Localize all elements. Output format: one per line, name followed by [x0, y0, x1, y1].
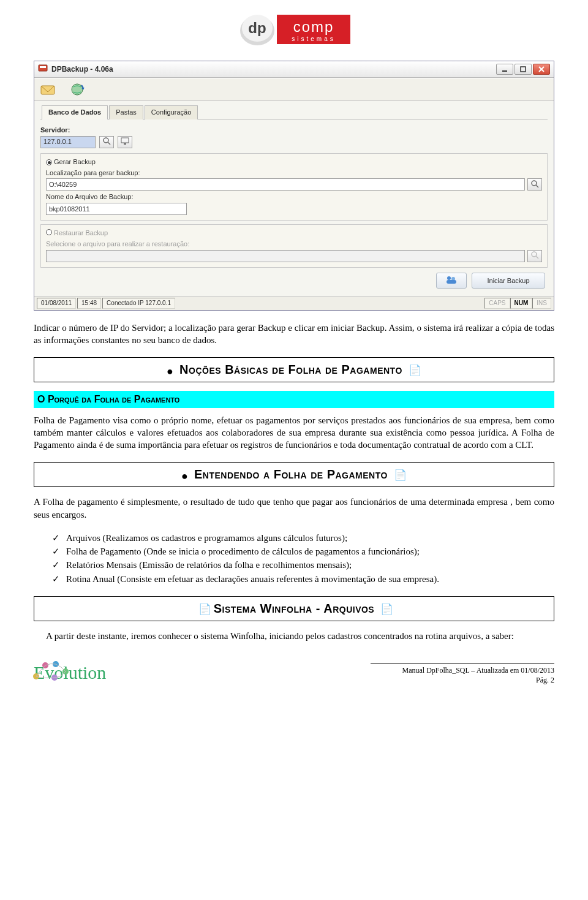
maximize-button[interactable] — [514, 64, 532, 75]
list-item: Relatórios Mensais (Emissão de relatório… — [52, 559, 554, 571]
window-toolbar — [34, 78, 554, 101]
window-title: DPBackup - 4.06a — [51, 64, 496, 74]
document-icon: 📄 — [394, 469, 407, 481]
restaurar-backup-group: Restaurar Backup Selecione o arquivo par… — [40, 224, 548, 268]
servidor-search-button[interactable] — [99, 136, 114, 148]
status-date: 01/08/2011 — [37, 298, 76, 309]
bullet-icon: ● — [181, 470, 188, 482]
close-button[interactable] — [533, 64, 550, 75]
list-item: Rotina Anual (Consiste em efetuar as dec… — [52, 573, 554, 585]
paragraph-sistema: A partir deste instante, iremos conhecer… — [34, 630, 554, 642]
svg-text:dp: dp — [248, 20, 266, 36]
globe-refresh-icon[interactable] — [69, 81, 87, 98]
list-item: Folha de Pagamento (Onde se inicia o pro… — [52, 545, 554, 558]
minimize-button[interactable] — [496, 64, 513, 75]
dpbackup-window: DPBackup - 4.06a Banco de Dados Pastas C… — [34, 61, 554, 310]
iniciar-backup-label: Iniciar Backup — [487, 276, 529, 286]
heading1-text: Noções Básicas de Folha de Pagamento — [179, 363, 402, 376]
svg-line-22 — [536, 256, 538, 259]
gerar-backup-title: Gerar Backup — [54, 158, 96, 165]
tab-strip: Banco de Dados Pastas Configuração — [40, 105, 548, 119]
svg-rect-9 — [521, 67, 526, 72]
tab-pastas[interactable]: Pastas — [109, 105, 143, 119]
section-heading-entendendo: ● Entendendo a Folha de Pagamento 📄 — [34, 462, 554, 487]
status-ins: INS — [532, 298, 551, 309]
status-caps: CAPS — [484, 298, 510, 309]
iniciar-backup-button[interactable]: Iniciar Backup — [472, 273, 545, 289]
name-label: Nome do Arquivo de Backup: — [46, 192, 542, 202]
window-titlebar: DPBackup - 4.06a — [34, 61, 554, 78]
svg-rect-12 — [41, 86, 55, 94]
svg-point-23 — [447, 276, 451, 280]
bullet-icon: ● — [167, 365, 173, 377]
loc-input[interactable]: O:\40259 — [46, 178, 525, 191]
heading3-text: Sistema Winfolha - Arquivos — [214, 602, 374, 615]
page-footer: Evolution Manual DpFolha_SQL – Atualizad… — [34, 660, 554, 686]
restaurar-browse-button — [527, 250, 542, 262]
gerar-backup-group: Gerar Backup Localização para gerar back… — [40, 153, 548, 221]
loc-browse-button[interactable] — [527, 178, 542, 191]
subheading-porque: O Porquê da Folha de Pagamento — [34, 391, 554, 408]
header-logo: dp comp sistemas — [34, 6, 554, 52]
servidor-input[interactable]: 127.0.0.1 — [40, 136, 96, 148]
tab-banco-de-dados[interactable]: Banco de Dados — [42, 105, 108, 119]
svg-point-19 — [532, 181, 537, 186]
svg-rect-25 — [447, 280, 456, 284]
evolution-logo: Evolution — [34, 660, 106, 686]
status-time: 15:48 — [77, 298, 101, 309]
mail-icon[interactable] — [39, 81, 58, 98]
search-icon — [530, 180, 539, 191]
servidor-connect-button[interactable] — [118, 136, 132, 148]
paragraph-entendendo: A Folha de pagamento é simplesmente, o r… — [34, 496, 554, 521]
svg-line-20 — [536, 185, 538, 187]
svg-point-15 — [104, 138, 108, 143]
footer-line2: Pág. 2 — [371, 675, 554, 685]
gerar-backup-radio[interactable] — [46, 159, 52, 165]
search-icon — [530, 251, 539, 262]
heading2-text: Entendendo a Folha de Pagamento — [194, 467, 388, 481]
svg-text:comp: comp — [293, 18, 334, 35]
restaurar-backup-radio[interactable] — [46, 229, 52, 235]
restaurar-hint: Selecione o arquivo para realizar a rest… — [46, 240, 542, 249]
list-item: Arquivos (Realizamos os cadastros e prog… — [52, 532, 554, 544]
restaurar-backup-title: Restaurar Backup — [54, 229, 108, 236]
monitor-icon — [121, 137, 129, 148]
loc-label: Localização para gerar backup: — [46, 168, 542, 178]
document-icon: 📄 — [409, 365, 421, 376]
footer-line1: Manual DpFolha_SQL – Atualizada em 01/08… — [371, 665, 554, 675]
status-num: NUM — [510, 298, 533, 309]
document-icon: 📄 — [380, 603, 393, 615]
document-icon: 📄 — [198, 603, 211, 615]
paragraph-ip-instructions: Indicar o número de IP do Servidor; a lo… — [34, 322, 554, 347]
status-bar: 01/08/2011 15:48 Conectado IP 127.0.0.1 … — [34, 296, 554, 310]
gear-people-icon — [445, 274, 458, 287]
svg-text:sistemas: sistemas — [292, 36, 335, 42]
name-input[interactable]: bkp01082011 — [46, 203, 187, 215]
restaurar-input — [46, 250, 525, 262]
svg-point-21 — [532, 252, 537, 257]
tab-configuracao[interactable]: Configuração — [145, 105, 198, 119]
svg-rect-17 — [121, 138, 129, 143]
status-connection: Conectado IP 127.0.0.1 — [102, 298, 175, 309]
molecule-icon — [30, 659, 73, 690]
search-icon — [102, 137, 111, 148]
app-icon — [38, 63, 48, 75]
paragraph-porque: Folha de Pagamento visa como o próprio n… — [34, 414, 554, 452]
dpcomp-logo-icon: dp comp sistemas — [233, 6, 355, 49]
section-heading-nocoes: ● Noções Básicas de Folha de Pagamento 📄 — [34, 357, 554, 382]
checklist: Arquivos (Realizamos os cadastros e prog… — [34, 532, 554, 585]
section-heading-sistema: 📄 Sistema Winfolha - Arquivos 📄 — [34, 596, 554, 621]
svg-rect-7 — [40, 66, 46, 68]
servidor-label: Servidor: — [40, 126, 548, 135]
settings-button[interactable] — [436, 273, 467, 289]
svg-line-16 — [108, 142, 110, 145]
